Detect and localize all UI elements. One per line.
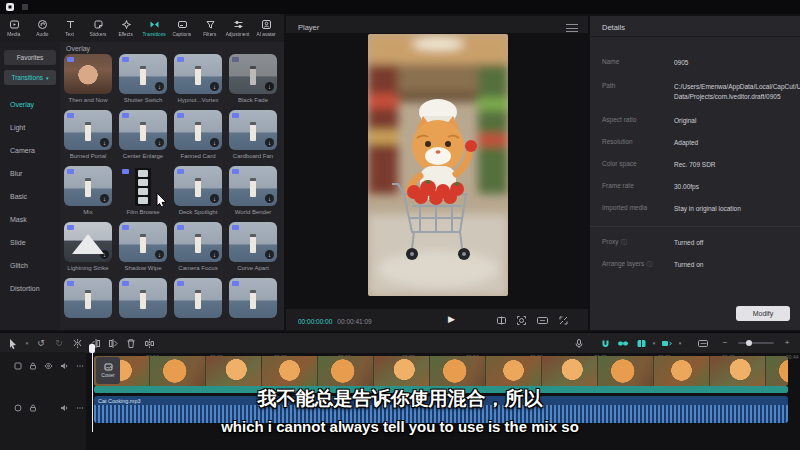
tab-effects[interactable]: Effects bbox=[112, 15, 140, 41]
download-icon[interactable]: ↓ bbox=[155, 250, 164, 259]
sidebar-item-camera[interactable]: Camera bbox=[0, 140, 60, 160]
transition-thumbnail[interactable] bbox=[119, 278, 167, 318]
transition-thumbnail[interactable] bbox=[64, 278, 112, 318]
transition-item[interactable]: ↓ Curve Apart bbox=[229, 222, 277, 278]
tab-transitions[interactable]: Transitions bbox=[140, 15, 168, 41]
sidebar-item-glitch[interactable]: Glitch bbox=[0, 255, 60, 275]
download-icon[interactable]: ↓ bbox=[265, 194, 274, 203]
transition-thumbnail[interactable]: ↓ bbox=[229, 166, 277, 206]
transition-thumbnail[interactable]: ↓ bbox=[229, 110, 277, 150]
download-icon[interactable]: ↓ bbox=[265, 138, 274, 147]
transition-thumbnail[interactable]: ↓ bbox=[64, 222, 112, 262]
play-button[interactable]: ▶ bbox=[448, 314, 455, 324]
transition-item[interactable]: Then and Now bbox=[64, 54, 112, 110]
transition-thumbnail[interactable]: ↓ bbox=[174, 166, 222, 206]
player-menu-icon[interactable] bbox=[566, 24, 578, 32]
auto-ripple-toggle[interactable] bbox=[658, 335, 676, 351]
download-icon[interactable]: ↓ bbox=[265, 82, 274, 91]
track-frame-icon[interactable] bbox=[14, 362, 22, 370]
timeline-zoom-slider[interactable] bbox=[738, 342, 774, 344]
transition-item[interactable]: Film Browse bbox=[119, 166, 167, 222]
auto-ripple-caret[interactable]: ▾ bbox=[676, 335, 684, 351]
tab-media[interactable]: Media bbox=[0, 15, 28, 41]
video-track-clip[interactable] bbox=[94, 356, 788, 386]
transition-thumbnail[interactable]: ↓ bbox=[174, 54, 222, 94]
menu-icon[interactable] bbox=[21, 3, 29, 11]
transition-thumbnail[interactable]: ↓ bbox=[229, 54, 277, 94]
tab-ai-avatar[interactable]: AI avatar bbox=[252, 15, 280, 41]
delete-right-button[interactable] bbox=[104, 335, 122, 351]
zoom-slider-handle[interactable] bbox=[746, 340, 752, 346]
transition-item[interactable]: ↓ Camera Focus bbox=[174, 222, 222, 278]
undo-button[interactable]: ↺ bbox=[32, 335, 50, 351]
download-icon[interactable]: ↓ bbox=[210, 82, 219, 91]
transition-item[interactable] bbox=[174, 278, 222, 330]
sidebar-item-basic[interactable]: Basic bbox=[0, 186, 60, 206]
transition-item[interactable]: ↓ Burned Portal bbox=[64, 110, 112, 166]
transition-item[interactable]: ↓ Lightning Strike bbox=[64, 222, 112, 278]
transition-thumbnail[interactable] bbox=[229, 278, 277, 318]
transition-thumbnail[interactable] bbox=[119, 166, 167, 206]
transition-thumbnail[interactable]: ↓ bbox=[174, 110, 222, 150]
transition-thumbnail[interactable] bbox=[174, 278, 222, 318]
zoom-in-button[interactable]: + bbox=[778, 335, 796, 351]
download-icon[interactable]: ↓ bbox=[210, 138, 219, 147]
magnetic-snap-toggle[interactable] bbox=[596, 335, 614, 351]
select-tool-caret[interactable]: ▾ bbox=[22, 335, 32, 351]
tab-filters[interactable]: Filters bbox=[196, 15, 224, 41]
zoom-out-button[interactable]: − bbox=[716, 335, 734, 351]
modify-button[interactable]: Modify bbox=[736, 306, 790, 321]
download-icon[interactable]: ↓ bbox=[100, 194, 109, 203]
focus-preview-icon[interactable] bbox=[516, 315, 527, 326]
tab-text[interactable]: Text bbox=[56, 15, 84, 41]
record-voiceover-button[interactable] bbox=[570, 335, 588, 351]
link-clips-toggle[interactable] bbox=[614, 335, 632, 351]
transition-item[interactable]: ↓ Fanned Card bbox=[174, 110, 222, 166]
download-icon[interactable]: ↓ bbox=[155, 138, 164, 147]
tab-audio[interactable]: Audio bbox=[28, 15, 56, 41]
transitions-selector[interactable]: Transitions ▾ bbox=[4, 70, 56, 85]
favorites-button[interactable]: Favorites bbox=[4, 50, 56, 65]
sidebar-item-distortion[interactable]: Distortion bbox=[0, 278, 60, 298]
transition-item[interactable]: ↓ Mix bbox=[64, 166, 112, 222]
transition-item[interactable]: ↓ Shutter Switch bbox=[119, 54, 167, 110]
preview-axis-caret[interactable]: ▾ bbox=[650, 335, 658, 351]
transition-thumbnail[interactable]: ↓ bbox=[64, 166, 112, 206]
transition-item[interactable]: ↓ Cardboard Fan bbox=[229, 110, 277, 166]
video-preview[interactable] bbox=[368, 34, 508, 296]
download-icon[interactable]: ↓ bbox=[210, 250, 219, 259]
transition-item[interactable]: ↓ World Bender bbox=[229, 166, 277, 222]
sidebar-item-light[interactable]: Light bbox=[0, 117, 60, 137]
download-icon[interactable]: ↓ bbox=[210, 194, 219, 203]
transition-item[interactable]: ↓ Black Fade bbox=[229, 54, 277, 110]
transition-item[interactable] bbox=[64, 278, 112, 330]
sidebar-item-overlay[interactable]: Overlay bbox=[0, 94, 60, 114]
mirror-preview-icon[interactable] bbox=[496, 315, 507, 326]
sidebar-item-slide[interactable]: Slide bbox=[0, 232, 60, 252]
sidebar-item-mask[interactable]: Mask bbox=[0, 209, 60, 229]
download-icon[interactable]: ↓ bbox=[100, 138, 109, 147]
transition-thumbnail[interactable]: ↓ bbox=[119, 110, 167, 150]
transition-item[interactable]: ↓ Center Enlarge bbox=[119, 110, 167, 166]
split-button[interactable] bbox=[68, 335, 86, 351]
aspect-ratio-icon[interactable] bbox=[536, 315, 549, 326]
hide-track-icon[interactable] bbox=[44, 362, 53, 370]
redo-button[interactable]: ↻ bbox=[50, 335, 68, 351]
transition-item[interactable] bbox=[119, 278, 167, 330]
transition-item[interactable]: ↓ Shadow Wipe bbox=[119, 222, 167, 278]
select-tool-button[interactable] bbox=[4, 335, 22, 351]
tab-adjustment[interactable]: Adjustment bbox=[224, 15, 252, 41]
sidebar-item-blur[interactable]: Blur bbox=[0, 163, 60, 183]
cover-button[interactable]: Cover bbox=[96, 357, 120, 384]
preview-axis-toggle[interactable] bbox=[632, 335, 650, 351]
transition-item[interactable]: ↓ Deck Spotlight bbox=[174, 166, 222, 222]
transition-item[interactable] bbox=[229, 278, 277, 330]
transition-thumbnail[interactable]: ↓ bbox=[119, 54, 167, 94]
lock-icon[interactable] bbox=[29, 362, 37, 370]
tab-stickers[interactable]: Stickers bbox=[84, 15, 112, 41]
fullscreen-icon[interactable] bbox=[558, 315, 569, 326]
download-icon[interactable]: ↓ bbox=[155, 82, 164, 91]
transition-thumbnail[interactable] bbox=[64, 54, 112, 94]
mute-track-icon[interactable] bbox=[60, 362, 69, 370]
download-icon[interactable]: ↓ bbox=[100, 250, 109, 259]
